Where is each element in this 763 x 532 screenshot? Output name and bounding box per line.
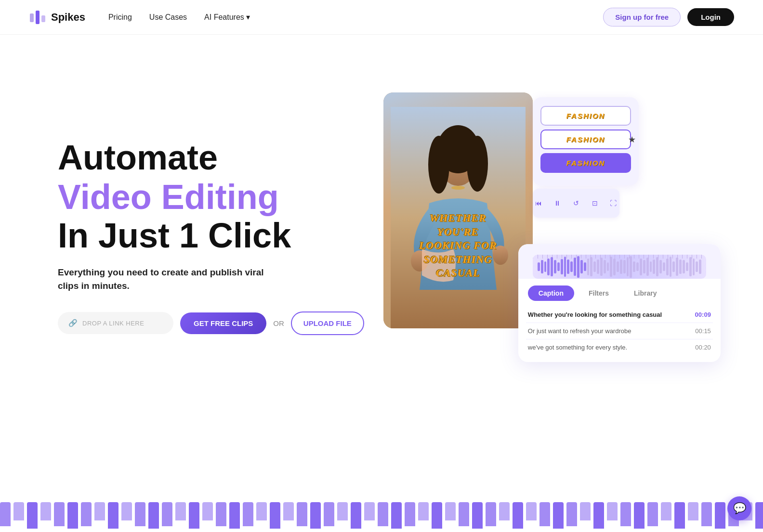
nav-use-cases[interactable]: Use Cases bbox=[149, 13, 187, 22]
bottom-bar-rect bbox=[674, 502, 685, 529]
bottom-bar-rect bbox=[337, 502, 348, 520]
bottom-bar-rect bbox=[351, 502, 361, 529]
link-placeholder: DROP A LINK HERE bbox=[82, 320, 144, 327]
svg-rect-2 bbox=[41, 15, 45, 22]
nav-buttons: Sign up for free Login bbox=[603, 8, 734, 26]
bottom-bar-rect bbox=[418, 502, 429, 520]
bottom-bar-rect bbox=[324, 502, 334, 526]
video-overlay-text: WHETHER YOU'RE LOOKING FOR SOMETHING CAS… bbox=[410, 211, 506, 280]
caption-option-1[interactable]: FASHION bbox=[540, 106, 631, 126]
login-button[interactable]: Login bbox=[687, 8, 734, 26]
bottom-bar-rect bbox=[283, 502, 294, 520]
bottom-bar-rect bbox=[715, 502, 725, 529]
get-clips-button[interactable]: GET FREE CLIPS bbox=[180, 312, 266, 334]
hero-subtitle: Everything you need to create and publis… bbox=[58, 266, 265, 293]
caption-option-3[interactable]: FASHION bbox=[540, 153, 631, 173]
bottom-bar-rect bbox=[553, 502, 564, 529]
tab-library[interactable]: Library bbox=[623, 285, 667, 301]
caption-time-0: 00:09 bbox=[695, 311, 711, 318]
caption-text-0: Whether you're looking for something cas… bbox=[528, 311, 662, 318]
expand-button[interactable]: ⛶ bbox=[607, 195, 619, 211]
svg-rect-0 bbox=[30, 13, 34, 22]
caption-entry-1: Or just want to refresh your wardrobe 00… bbox=[526, 324, 713, 338]
bottom-bar-rect bbox=[647, 502, 658, 526]
bottom-bar-rect bbox=[634, 502, 645, 529]
bottom-bar-rect bbox=[13, 502, 24, 520]
bottom-bar-rect bbox=[216, 502, 226, 526]
replay-button[interactable]: ↺ bbox=[570, 195, 582, 211]
bottom-bar-rect bbox=[81, 502, 92, 526]
bottom-bar-rect bbox=[378, 502, 388, 526]
video-card: WHETHER YOU'RE LOOKING FOR SOMETHING CAS… bbox=[383, 92, 533, 328]
bottom-bar-rect bbox=[121, 502, 132, 520]
bottom-bar-rect bbox=[364, 502, 375, 520]
bottom-bar-rect bbox=[755, 502, 763, 529]
caption-time-1: 00:15 bbox=[695, 327, 711, 335]
play-pause-button[interactable]: ⏸ bbox=[552, 195, 564, 211]
svg-point-10 bbox=[451, 186, 465, 190]
rewind-button[interactable]: ⏮ bbox=[533, 195, 545, 211]
signup-button[interactable]: Sign up for free bbox=[603, 8, 681, 26]
bottom-bar-rect bbox=[202, 502, 213, 520]
cursor-star-icon: ★ bbox=[628, 134, 636, 145]
bottom-bar-rect bbox=[175, 502, 186, 520]
chat-bubble[interactable]: 💬 bbox=[727, 496, 751, 520]
caption-option-2[interactable]: FASHION bbox=[540, 130, 631, 149]
bottom-bar-rect bbox=[229, 502, 240, 529]
bottom-bar-rect bbox=[67, 502, 78, 529]
upload-button[interactable]: UPLOAD FILE bbox=[291, 311, 364, 335]
bottom-bar-rect bbox=[459, 502, 469, 526]
caption-entry-2: we've got something for every style. 00:… bbox=[526, 340, 713, 354]
bottom-bar-rect bbox=[391, 502, 402, 529]
hero-section: Automate Video Editing In Just 1 Click E… bbox=[0, 35, 763, 420]
bottom-bar-rect bbox=[620, 502, 631, 526]
bottom-bar-rect bbox=[94, 502, 105, 520]
bottom-bar-rect bbox=[607, 502, 618, 520]
tab-caption[interactable]: Caption bbox=[528, 285, 574, 301]
bottom-bar-rect bbox=[593, 502, 604, 529]
bottom-bar-rect bbox=[661, 502, 671, 520]
bottom-bar-rect bbox=[270, 502, 280, 529]
logo[interactable]: Spikes bbox=[29, 9, 85, 26]
editor-tabs: Caption Filters Library bbox=[518, 279, 721, 301]
link-input[interactable]: 🔗 DROP A LINK HERE bbox=[58, 312, 173, 334]
hero-mockup: WHETHER YOU'RE LOOKING FOR SOMETHING CAS… bbox=[364, 83, 734, 381]
hero-title-line3: In Just 1 Click bbox=[58, 216, 291, 255]
bottom-bar-rect bbox=[526, 502, 537, 520]
hero-title: Automate Video Editing In Just 1 Click bbox=[58, 139, 364, 255]
bottom-bar-rect bbox=[499, 502, 510, 520]
bottom-bar-rect bbox=[0, 502, 11, 526]
caption-selector: FASHION FASHION ★ FASHION bbox=[533, 97, 639, 185]
chevron-down-icon: ▾ bbox=[246, 13, 250, 22]
navbar: Spikes Pricing Use Cases AI Features ▾ S… bbox=[0, 0, 763, 35]
logo-text: Spikes bbox=[51, 11, 85, 24]
chat-icon: 💬 bbox=[733, 502, 746, 515]
playback-controls: ⏮ ⏸ ↺ ⊡ ⛶ bbox=[533, 189, 619, 218]
bottom-bar-rect bbox=[297, 502, 307, 526]
svg-rect-1 bbox=[36, 11, 39, 24]
crop-button[interactable]: ⊡ bbox=[589, 195, 601, 211]
waveform-ruler bbox=[533, 255, 706, 259]
bottom-bar-rect bbox=[472, 502, 483, 529]
editor-card: Caption Filters Library Whether you're l… bbox=[518, 244, 721, 362]
bottom-bar-rect bbox=[445, 502, 456, 520]
hero-cta: 🔗 DROP A LINK HERE GET FREE CLIPS OR UPL… bbox=[58, 311, 364, 335]
bottom-bar-rect bbox=[566, 502, 577, 526]
svg-point-7 bbox=[467, 136, 488, 192]
hero-title-line1: Automate bbox=[58, 138, 218, 177]
bottom-bar bbox=[0, 493, 763, 532]
bottom-bar-rect bbox=[162, 502, 172, 526]
hero-title-line2: Video Editing bbox=[58, 178, 279, 216]
bottom-bar-rect bbox=[189, 502, 199, 529]
nav-pricing[interactable]: Pricing bbox=[108, 13, 132, 22]
bottom-bar-rect bbox=[432, 502, 442, 529]
caption-entry-0: Whether you're looking for something cas… bbox=[526, 308, 713, 322]
nav-ai-features[interactable]: AI Features ▾ bbox=[204, 13, 250, 22]
tab-filters[interactable]: Filters bbox=[578, 285, 619, 301]
bottom-bar-rect bbox=[135, 502, 145, 526]
bottom-bar-rect bbox=[486, 502, 496, 526]
caption-text-2: we've got something for every style. bbox=[528, 344, 627, 351]
bottom-bar-rect bbox=[688, 502, 698, 520]
divider-2 bbox=[526, 339, 713, 339]
bottom-bar-rect bbox=[513, 502, 523, 529]
